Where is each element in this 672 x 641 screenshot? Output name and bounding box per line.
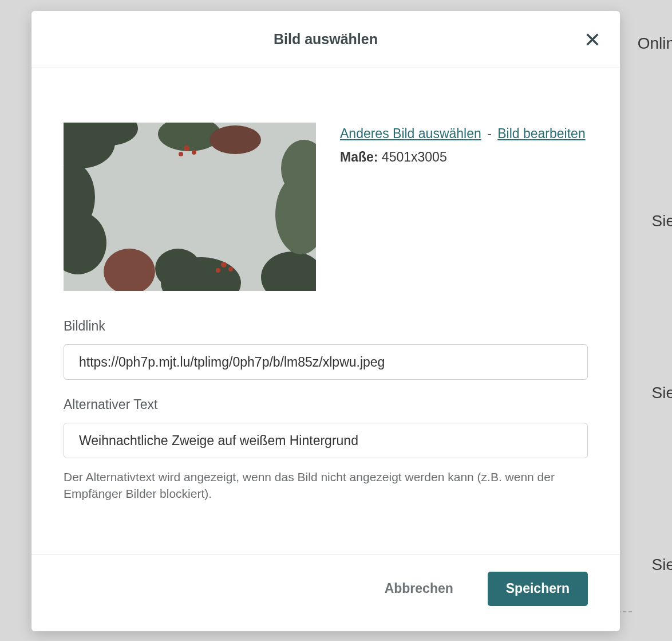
bg-text: Sie: [652, 384, 672, 402]
svg-point-7: [155, 249, 201, 289]
modal-header: Bild auswählen: [31, 11, 620, 68]
modal-body: Anderes Bild auswählen - Bild bearbeiten…: [31, 68, 620, 542]
svg-point-18: [216, 268, 220, 273]
close-icon: [584, 32, 600, 48]
alt-text-field-group: Alternativer Text Der Alternativtext wir…: [64, 397, 588, 502]
image-dimensions: Maße: 4501x3005: [340, 147, 586, 168]
image-meta: Anderes Bild auswählen - Bild bearbeiten…: [340, 123, 586, 291]
image-link-label: Bildlink: [64, 318, 588, 334]
image-thumbnail: [64, 123, 316, 291]
dimensions-value: 4501x3005: [382, 150, 447, 164]
dimensions-label: Maße:: [340, 150, 378, 164]
alt-text-label: Alternativer Text: [64, 397, 588, 412]
alt-text-input[interactable]: [64, 423, 588, 458]
image-preview-row: Anderes Bild auswählen - Bild bearbeiten…: [64, 123, 588, 291]
close-button[interactable]: [581, 28, 604, 51]
bg-text: Sie: [652, 212, 672, 230]
svg-point-15: [179, 152, 183, 156]
bg-text: Onlin: [638, 34, 672, 53]
image-link-field-group: Bildlink: [64, 318, 588, 380]
image-link-input[interactable]: [64, 344, 588, 380]
link-separator: -: [487, 126, 492, 141]
svg-point-14: [192, 150, 196, 155]
image-select-modal: Bild auswählen: [31, 11, 620, 631]
svg-point-13: [184, 145, 189, 151]
edit-image-link[interactable]: Bild bearbeiten: [497, 126, 585, 141]
choose-other-image-link[interactable]: Anderes Bild auswählen: [340, 126, 481, 141]
modal-title: Bild auswählen: [274, 31, 378, 48]
svg-point-17: [228, 267, 233, 272]
alt-text-help: Der Alternativtext wird angezeigt, wenn …: [64, 469, 588, 502]
svg-point-12: [209, 125, 261, 154]
save-button[interactable]: Speichern: [488, 572, 588, 606]
svg-point-16: [221, 262, 227, 268]
bg-text: Sie: [652, 556, 672, 574]
modal-footer: Abbrechen Speichern: [31, 554, 620, 631]
cancel-button[interactable]: Abbrechen: [366, 572, 472, 606]
